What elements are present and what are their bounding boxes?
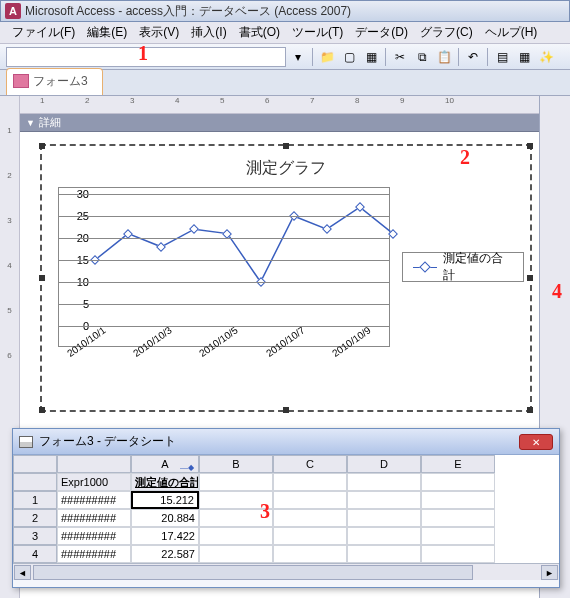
expr-field-name[interactable]: Expr1000 [57, 473, 131, 491]
cell[interactable] [273, 527, 347, 545]
col-e-header[interactable]: E [421, 455, 495, 473]
row-header[interactable]: 4 [13, 545, 57, 563]
plot-area: 051015202530 2010/10/12010/10/32010/10/5… [58, 187, 390, 347]
cell[interactable] [421, 473, 495, 491]
expand-icon: ▼ [26, 118, 35, 128]
horizontal-scrollbar[interactable]: ◄ ► [13, 563, 559, 580]
cell[interactable] [273, 545, 347, 563]
undo-button[interactable]: ↶ [463, 47, 483, 67]
cell[interactable] [199, 527, 273, 545]
table-row: 3#########17.422 [13, 527, 559, 545]
scroll-right-button[interactable]: ► [541, 565, 558, 580]
title-bar: A Microsoft Access - access入門：データベース (Ac… [0, 0, 570, 22]
cell[interactable] [273, 509, 347, 527]
grid-button[interactable]: ▦ [514, 47, 534, 67]
copy-button[interactable]: ⧉ [412, 47, 432, 67]
datasheet-titlebar[interactable]: フォーム3 - データシート ✕ [13, 429, 559, 455]
resize-handle[interactable] [39, 407, 45, 413]
object-tabs: フォーム3 [0, 70, 570, 96]
column-header-row: A—◆ B C D E [13, 455, 559, 473]
resize-handle[interactable] [283, 143, 289, 149]
cell[interactable] [199, 473, 273, 491]
cut-button[interactable]: ✂ [390, 47, 410, 67]
legend-marker-icon [413, 262, 436, 272]
cell-expr[interactable]: ######### [57, 491, 131, 509]
cell-expr[interactable]: ######### [57, 527, 131, 545]
datasheet-button[interactable]: ▦ [361, 47, 381, 67]
col-a-header[interactable]: A—◆ [131, 455, 199, 473]
wizard-button[interactable]: ✨ [536, 47, 556, 67]
resize-handle[interactable] [527, 143, 533, 149]
dropdown-icon[interactable]: ▾ [288, 47, 308, 67]
tab-form3[interactable]: フォーム3 [6, 68, 103, 95]
close-button[interactable]: ✕ [519, 434, 553, 450]
col-expr-header[interactable] [57, 455, 131, 473]
cell[interactable] [421, 545, 495, 563]
menu-edit[interactable]: 編集(E) [81, 22, 133, 43]
cell-expr[interactable]: ######### [57, 509, 131, 527]
cell-value[interactable]: 15.212 [131, 491, 199, 509]
menu-data[interactable]: データ(D) [349, 22, 414, 43]
menu-format[interactable]: 書式(O) [233, 22, 286, 43]
detail-section-header[interactable]: ▼ 詳細 [20, 114, 539, 132]
legend-label: 測定値の合計 [443, 250, 513, 284]
cell[interactable] [347, 491, 421, 509]
col-b-header[interactable]: B [199, 455, 273, 473]
resize-handle[interactable] [283, 407, 289, 413]
col-d-header[interactable]: D [347, 455, 421, 473]
row-header[interactable]: 1 [13, 491, 57, 509]
cell[interactable] [347, 527, 421, 545]
separator [487, 48, 488, 66]
resize-handle[interactable] [527, 275, 533, 281]
separator [458, 48, 459, 66]
corner-cell[interactable] [13, 455, 57, 473]
open-button[interactable]: 📁 [317, 47, 337, 67]
cell[interactable] [347, 473, 421, 491]
resize-handle[interactable] [39, 275, 45, 281]
app-icon: A [5, 3, 21, 19]
cell[interactable] [421, 509, 495, 527]
scroll-left-button[interactable]: ◄ [14, 565, 31, 580]
cell-value[interactable]: 20.884 [131, 509, 199, 527]
menu-view[interactable]: 表示(V) [133, 22, 185, 43]
form-view-button[interactable]: ▢ [339, 47, 359, 67]
row-header[interactable]: 3 [13, 527, 57, 545]
cell-expr[interactable]: ######### [57, 545, 131, 563]
menu-help[interactable]: ヘルプ(H) [479, 22, 544, 43]
y-axis: 051015202530 [61, 188, 91, 328]
menu-file[interactable]: ファイル(F) [6, 22, 81, 43]
cell[interactable] [273, 491, 347, 509]
scroll-thumb[interactable] [33, 565, 473, 580]
resize-handle[interactable] [527, 407, 533, 413]
datasheet-title: フォーム3 - データシート [39, 433, 176, 450]
object-selector-input[interactable] [6, 47, 286, 67]
paste-button[interactable]: 📋 [434, 47, 454, 67]
legend: 測定値の合計 [402, 252, 524, 282]
col-c-header[interactable]: C [273, 455, 347, 473]
table-row: 4#########22.587 [13, 545, 559, 563]
toolbar: ▾ 📁 ▢ ▦ ✂ ⧉ 📋 ↶ ▤ ▦ ✨ [0, 44, 570, 70]
row-header[interactable] [13, 473, 57, 491]
datasheet-grid[interactable]: A—◆ B C D E Expr1000 測定値の合計 1#########15… [13, 455, 559, 563]
menu-tools[interactable]: ツール(T) [286, 22, 349, 43]
datasheet-window[interactable]: フォーム3 - データシート ✕ A—◆ B C D E Expr1000 測定… [12, 428, 560, 588]
menu-graph[interactable]: グラフ(C) [414, 22, 479, 43]
cell[interactable] [421, 491, 495, 509]
cell[interactable] [347, 509, 421, 527]
menu-insert[interactable]: 挿入(I) [185, 22, 232, 43]
cell-value[interactable]: 17.422 [131, 527, 199, 545]
section-label: 詳細 [39, 115, 61, 130]
cell[interactable] [199, 509, 273, 527]
horizontal-ruler: 12345678910 [20, 96, 539, 114]
chart-object[interactable]: 測定グラフ 051015202530 2010/10/12010/10/3201… [40, 144, 532, 412]
separator [312, 48, 313, 66]
cell-value[interactable]: 22.587 [131, 545, 199, 563]
cell[interactable] [421, 527, 495, 545]
cell[interactable] [273, 473, 347, 491]
cell[interactable] [199, 491, 273, 509]
resize-handle[interactable] [39, 143, 45, 149]
cell[interactable] [347, 545, 421, 563]
cell[interactable] [199, 545, 273, 563]
chart-type-button[interactable]: ▤ [492, 47, 512, 67]
row-header[interactable]: 2 [13, 509, 57, 527]
